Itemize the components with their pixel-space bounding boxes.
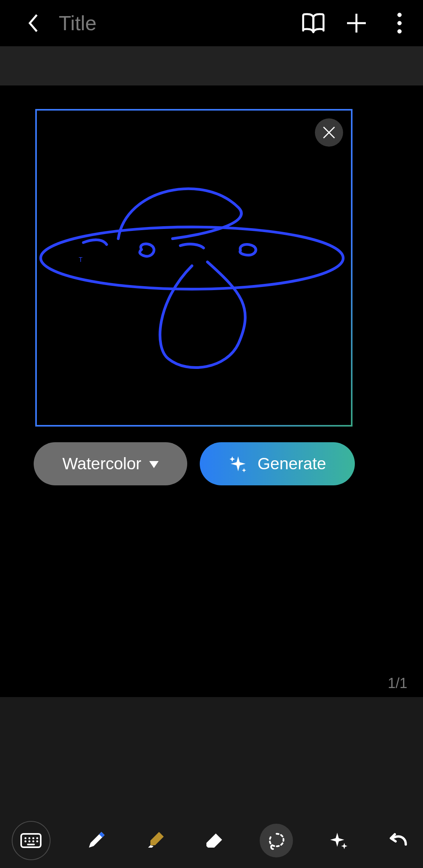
top-app-bar: Title	[0, 0, 423, 46]
svg-point-12	[33, 837, 34, 839]
undo-tool[interactable]	[384, 827, 411, 854]
svg-point-2	[398, 13, 401, 17]
add-button[interactable]	[345, 11, 368, 35]
chevron-down-icon	[149, 461, 159, 468]
bottom-area	[0, 697, 423, 868]
svg-point-16	[33, 841, 34, 843]
highlighter-icon	[144, 830, 166, 852]
overflow-menu-button[interactable]	[388, 11, 411, 35]
title-input[interactable]: Title	[59, 11, 302, 35]
svg-point-13	[36, 837, 38, 839]
more-vert-icon	[397, 13, 402, 34]
ai-sparkle-icon	[328, 830, 350, 852]
ai-tool[interactable]	[325, 827, 352, 854]
lasso-tool[interactable]	[260, 824, 293, 857]
user-sketch: T	[37, 111, 351, 425]
page-counter: 1/1	[388, 675, 407, 692]
svg-point-14	[25, 841, 27, 843]
eraser-icon	[203, 830, 225, 852]
svg-point-15	[29, 841, 31, 843]
generate-label: Generate	[257, 454, 326, 473]
style-select-button[interactable]: Watercolor	[34, 442, 187, 485]
pen-icon	[85, 830, 107, 852]
eraser-tool[interactable]	[201, 827, 228, 854]
reader-icon	[302, 13, 325, 34]
back-icon	[27, 13, 39, 33]
toolbar-strip	[0, 46, 423, 85]
ai-action-row: Watercolor Generate	[34, 442, 355, 485]
svg-point-10	[25, 837, 27, 839]
undo-icon	[387, 830, 409, 852]
selection-marquee[interactable]: T	[35, 109, 352, 427]
pen-tool[interactable]	[83, 827, 110, 854]
generate-button[interactable]: Generate	[200, 442, 355, 485]
drawing-toolbar	[0, 821, 423, 860]
lasso-icon	[266, 830, 287, 852]
svg-point-4	[398, 29, 401, 33]
svg-rect-18	[27, 844, 35, 845]
keyboard-tool[interactable]	[12, 821, 51, 860]
canvas-area[interactable]: T Watercolor Generate 1/1	[0, 85, 423, 697]
highlighter-tool[interactable]	[142, 827, 169, 854]
svg-text:T: T	[79, 256, 83, 263]
plus-icon	[345, 12, 367, 34]
top-actions	[302, 11, 411, 35]
svg-point-17	[36, 841, 38, 843]
keyboard-icon	[20, 830, 42, 852]
reader-mode-button[interactable]	[302, 11, 325, 35]
back-button[interactable]	[24, 13, 43, 33]
svg-point-11	[29, 837, 31, 839]
style-select-label: Watercolor	[62, 454, 141, 473]
svg-point-3	[398, 21, 401, 25]
sparkle-icon	[228, 454, 248, 474]
